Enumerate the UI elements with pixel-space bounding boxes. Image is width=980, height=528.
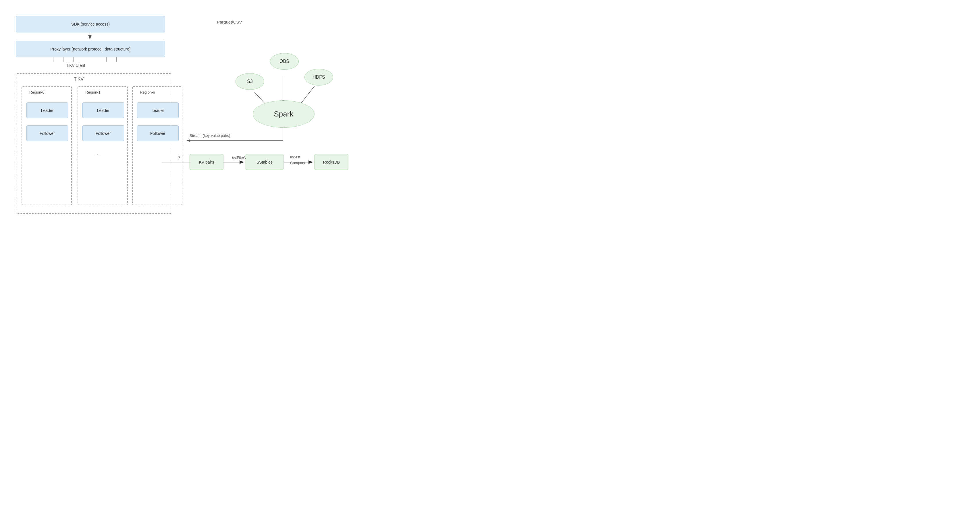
region-1-follower: Follower [83,125,124,141]
region-n-follower: Follower [137,125,179,141]
rocksdb-box: RocksDB [315,154,348,170]
sdk-label: SDK (service access) [71,22,110,26]
tikv-client-label: TiKV client [66,63,85,68]
region-0-follower: Follower [26,125,68,141]
ingest-compact-label: IngestCompact [290,154,305,166]
region-1-box: Region-1 Leader Follower ... [78,86,128,205]
proxy-label: Proxy layer (network protocol, data stru… [50,47,130,51]
diagram-container: SDK (service access) Proxy layer (networ… [0,0,490,264]
region-1-label: Region-1 [85,90,100,94]
parquet-csv-label: Parquet/CSV [217,19,242,24]
region-n-leader: Leader [137,102,179,118]
dots: ... [95,150,100,156]
region-n-label: Region-n [140,90,155,94]
s3-ellipse: S3 [235,73,264,90]
question-mark: ? [178,155,180,161]
proxy-box: Proxy layer (network protocol, data stru… [16,41,165,57]
region-n-box: Region-n Leader Follower [132,86,182,205]
tikv-label: TiKV [74,77,84,82]
kv-pairs-box: KV pairs [189,154,223,170]
region-0-box: Region-0 Leader Follower [22,86,72,205]
region-0-leader: Leader [26,102,68,118]
region-1-leader: Leader [83,102,124,118]
sstables-box: SStables [246,154,283,170]
stream-label: Stream (key-value pairs) [189,133,230,138]
spark-ellipse: Spark [253,100,315,128]
sdk-box: SDK (service access) [16,16,165,32]
obs-ellipse: OBS [270,53,299,70]
region-0-label: Region-0 [29,90,45,94]
hdfs-ellipse: HDFS [304,69,333,86]
